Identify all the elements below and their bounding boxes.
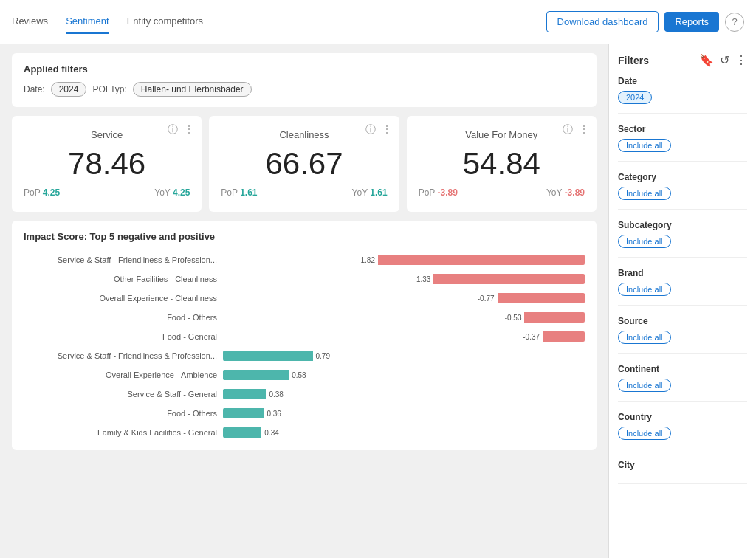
row-label: Food - Others xyxy=(24,409,223,418)
date-filter-label: Date: xyxy=(24,84,45,94)
chart-row: Service & Staff - General 0.38 xyxy=(24,387,585,402)
applied-filters-title: Applied filters xyxy=(24,63,585,75)
tab-entity-competitors[interactable]: Entity competitors xyxy=(127,10,203,34)
card-controls: ⓘ ⋮ xyxy=(365,123,392,137)
bar-container: -0.77 xyxy=(223,293,585,303)
row-label: Other Facilities - Cleanliness xyxy=(24,275,223,283)
filter-chip-brand[interactable]: Include all xyxy=(618,283,671,296)
bar-container: 0.79 xyxy=(223,351,585,361)
filter-chip-category[interactable]: Include all xyxy=(618,187,671,200)
metric-value: 54.84 xyxy=(419,146,585,182)
filter-section-subcategory: Subcategory Include all xyxy=(618,220,747,258)
more-icon[interactable]: ⋮ xyxy=(184,123,194,137)
positive-bar xyxy=(223,427,261,438)
bar-container: 0.38 xyxy=(223,389,585,399)
chart-area: Service & Staff - Friendliness & Profess… xyxy=(24,252,585,440)
metric-value: 66.67 xyxy=(221,146,387,182)
top-actions: Download dashboard Reports ? xyxy=(546,11,744,32)
chart-row: Food - General -0.37 xyxy=(24,329,585,344)
more-icon[interactable]: ⋮ xyxy=(579,123,589,137)
content-area: Applied filters Date: 2024 POI Typ: Hall… xyxy=(0,44,608,558)
metric-label: Service xyxy=(24,129,190,140)
row-label: Food - General xyxy=(24,332,223,341)
bar-value: 0.34 xyxy=(264,429,278,437)
more-options-icon[interactable]: ⋮ xyxy=(735,53,747,67)
filter-chip-continent[interactable]: Include all xyxy=(618,379,671,392)
chart-row: Family & Kids Facilities - General 0.34 xyxy=(24,425,585,440)
metric-footer: PoP 1.61 YoY 1.61 xyxy=(221,187,387,198)
metric-label: Value For Money xyxy=(419,129,585,140)
more-icon[interactable]: ⋮ xyxy=(382,123,392,137)
bar-container: -0.37 xyxy=(223,331,585,342)
sidebar-title: Filters xyxy=(618,55,649,66)
poi-filter-label: POI Typ: xyxy=(92,84,126,94)
info-icon[interactable]: ⓘ xyxy=(365,123,376,137)
filter-chip-source[interactable]: Include all xyxy=(618,331,671,344)
filter-section-date: Date 2024 xyxy=(618,76,747,114)
bar-value: -0.37 xyxy=(523,333,540,341)
filter-section-continent: Continent Include all xyxy=(618,364,747,402)
bar-value: 0.79 xyxy=(316,352,330,360)
yoy-value: YoY -3.89 xyxy=(546,187,585,198)
info-icon[interactable]: ⓘ xyxy=(168,123,178,137)
bar-container: -1.33 xyxy=(223,274,585,284)
tab-reviews[interactable]: Reviews xyxy=(12,10,48,34)
sidebar-header: Filters 🔖 ↺ ⋮ xyxy=(618,53,747,67)
filter-section-title-brand: Brand xyxy=(618,268,747,278)
chart-row: Other Facilities - Cleanliness -1.33 xyxy=(24,272,585,286)
positive-bar xyxy=(223,370,289,380)
metric-card-service: ⓘ ⋮ Service 78.46 PoP 4.25 YoY 4.25 xyxy=(12,116,202,212)
filter-section-title-country: Country xyxy=(618,412,747,422)
negative-bar xyxy=(433,274,585,284)
filter-section-brand: Brand Include all xyxy=(618,268,747,306)
date-filter-pill[interactable]: 2024 xyxy=(51,82,87,97)
metric-label: Cleanliness xyxy=(221,129,387,140)
filter-chip-subcategory[interactable]: Include all xyxy=(618,235,671,248)
filter-chip-date[interactable]: 2024 xyxy=(618,91,652,104)
reset-icon[interactable]: ↺ xyxy=(720,53,729,67)
bar-container: -0.53 xyxy=(223,312,585,323)
bookmark-icon[interactable]: 🔖 xyxy=(699,53,714,67)
row-label: Service & Staff - Friendliness & Profess… xyxy=(24,351,223,360)
metric-footer: PoP 4.25 YoY 4.25 xyxy=(24,187,190,198)
tab-sentiment[interactable]: Sentiment xyxy=(66,10,109,34)
download-dashboard-button[interactable]: Download dashboard xyxy=(546,11,659,32)
positive-bar xyxy=(223,351,313,361)
row-label: Service & Staff - General xyxy=(24,390,223,399)
top-bar: Reviews Sentiment Entity competitors Dow… xyxy=(0,0,756,44)
card-controls: ⓘ ⋮ xyxy=(563,123,589,137)
pop-value: PoP -3.89 xyxy=(419,187,458,198)
chart-row: Food - Others -0.53 xyxy=(24,310,585,325)
chart-row: Service & Staff - Friendliness & Profess… xyxy=(24,348,585,363)
bar-value: -0.53 xyxy=(505,314,522,322)
filter-section-title-continent: Continent xyxy=(618,364,747,374)
yoy-value: YoY 1.61 xyxy=(352,187,388,198)
row-label: Overall Experience - Ambience xyxy=(24,371,223,379)
chart-row: Food - Others 0.36 xyxy=(24,406,585,421)
metric-card-cleanliness: ⓘ ⋮ Cleanliness 66.67 PoP 1.61 YoY 1.61 xyxy=(209,116,399,212)
yoy-value: YoY 4.25 xyxy=(154,187,190,198)
metric-value: 78.46 xyxy=(24,146,190,182)
card-controls: ⓘ ⋮ xyxy=(168,123,194,137)
info-icon[interactable]: ⓘ xyxy=(563,123,573,137)
poi-filter-pill[interactable]: Hallen- und Elerbnisbäder xyxy=(133,82,252,97)
filter-chip-sector[interactable]: Include all xyxy=(618,139,671,152)
tab-bar: Reviews Sentiment Entity competitors xyxy=(12,10,203,34)
chart-row: Overall Experience - Cleanliness -0.77 xyxy=(24,291,585,306)
bar-value: 0.38 xyxy=(269,390,283,399)
sidebar: Filters 🔖 ↺ ⋮ Date 2024 Sector Include a… xyxy=(608,44,756,558)
row-label: Food - Others xyxy=(24,313,223,322)
sidebar-icons: 🔖 ↺ ⋮ xyxy=(699,53,747,67)
negative-bar xyxy=(378,255,585,265)
row-label: Service & Staff - Friendliness & Profess… xyxy=(24,255,223,264)
impact-chart-title: Impact Score: Top 5 negative and positiv… xyxy=(24,231,585,242)
reports-button[interactable]: Reports xyxy=(664,12,719,32)
bar-value: 0.58 xyxy=(292,371,306,379)
applied-filters-card: Applied filters Date: 2024 POI Typ: Hall… xyxy=(12,53,597,107)
filter-chip-country[interactable]: Include all xyxy=(618,427,671,440)
filter-section-title-city: City xyxy=(618,460,747,470)
filter-section-sector: Sector Include all xyxy=(618,124,747,162)
row-label: Overall Experience - Cleanliness xyxy=(24,294,223,303)
help-icon[interactable]: ? xyxy=(725,13,744,32)
bar-value: -0.77 xyxy=(478,294,495,303)
